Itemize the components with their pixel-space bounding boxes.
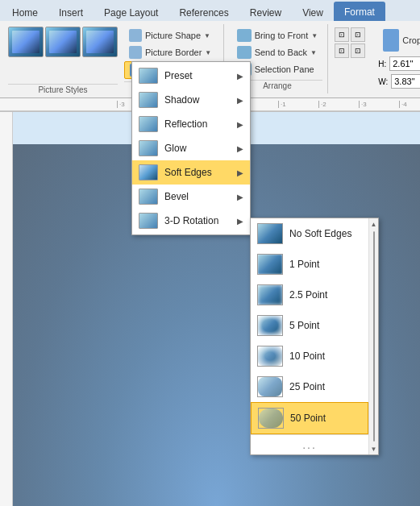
pic-style-2[interactable]	[45, 27, 81, 57]
3d-rotation-thumb	[139, 213, 158, 229]
scroll-down-btn[interactable]: ▼	[369, 443, 379, 454]
small-btns-row2: ⊡ ⊡	[335, 44, 365, 58]
picture-shape-btn[interactable]: Picture Shape ▼	[124, 27, 218, 44]
picture-border-icon	[129, 46, 142, 59]
picture-shape-icon	[129, 29, 142, 42]
preset-thumb	[139, 68, 158, 84]
crop-size-group: Crop H: W:	[372, 24, 420, 92]
tab-view[interactable]: View	[292, 3, 334, 21]
soft-edge-1pt[interactable]: 1 Point	[251, 249, 368, 280]
ruler-mark-2r: ·2	[318, 101, 359, 108]
scroll-thumb[interactable]	[373, 231, 375, 442]
soft-edge-2pt5[interactable]: 2.5 Point	[251, 280, 368, 310]
send-to-back-btn[interactable]: Send to Back ▼	[232, 44, 323, 60]
picture-border-btn[interactable]: Picture Border ▼	[124, 44, 218, 60]
soft-edge-none[interactable]: No Soft Edges	[251, 218, 368, 249]
tab-page-layout[interactable]: Page Layout	[94, 3, 168, 21]
picture-styles-thumbs	[8, 27, 118, 82]
tab-format[interactable]: Format	[334, 2, 385, 21]
picture-styles-label: Picture Styles	[8, 84, 118, 94]
send-back-icon	[237, 46, 252, 59]
arrange-arrow-2: ▼	[310, 49, 317, 56]
tab-references[interactable]: References	[168, 3, 239, 21]
menu-item-soft-edges[interactable]: Soft Edges ▶	[132, 160, 250, 185]
submenu-with-scroll: No Soft Edges 1 Point 2.5 Point	[251, 218, 378, 454]
align-btn-2[interactable]: ⊡	[351, 27, 365, 42]
small-btns-group: ⊡ ⊡ ⊡ ⊡	[331, 24, 368, 61]
bevel-chevron: ▶	[237, 193, 243, 201]
soft-2-thumb	[257, 284, 283, 305]
shadow-chevron: ▶	[237, 96, 243, 105]
picture-effects-menu: Preset ▶ Shadow ▶ Reflection ▶ Glow ▶ So…	[131, 61, 251, 235]
submenu-scrollbar: ▲ ▼	[368, 218, 378, 454]
dropdown-arrow: ▼	[204, 32, 210, 39]
align-btn-4[interactable]: ⊡	[351, 44, 365, 58]
soft-edges-thumb	[139, 164, 158, 180]
soft-edges-chevron: ▶	[237, 168, 243, 177]
reflection-thumb	[139, 116, 158, 132]
scroll-up-btn[interactable]: ▲	[369, 218, 379, 230]
soft-edge-10pt[interactable]: 10 Point	[251, 341, 368, 371]
small-btns-row: ⊡ ⊡	[335, 27, 365, 42]
align-btn-3[interactable]: ⊡	[335, 44, 349, 58]
arrange-arrow-1: ▼	[311, 32, 318, 39]
soft-edge-50pt[interactable]: 50 Point	[251, 402, 368, 434]
bring-front-icon	[237, 29, 252, 42]
more-options-dots[interactable]: ...	[251, 434, 368, 454]
menu-item-shadow[interactable]: Shadow ▶	[132, 88, 250, 112]
width-field: W:	[378, 74, 420, 89]
dropdown-arrow-border: ▼	[205, 49, 211, 56]
3d-rotation-chevron: ▶	[237, 217, 243, 226]
tabs-bar: Home Insert Page Layout References Revie…	[0, 0, 420, 21]
picture-styles-group: Picture Styles	[5, 24, 121, 97]
shadow-thumb	[139, 92, 158, 108]
bevel-thumb	[139, 189, 158, 205]
height-field: H:	[378, 56, 420, 71]
soft-50-thumb	[258, 408, 284, 429]
menu-item-bevel[interactable]: Bevel ▶	[132, 185, 250, 209]
soft-25-thumb	[257, 376, 283, 397]
ruler-mark-1r: ·1	[278, 101, 318, 108]
align-btn-1[interactable]: ⊡	[335, 27, 349, 42]
width-input[interactable]	[391, 74, 420, 89]
crop-btn[interactable]: Crop	[378, 27, 420, 53]
glow-chevron: ▶	[237, 144, 243, 153]
ruler-mark-3r: ·3	[359, 101, 399, 108]
reflection-chevron: ▶	[237, 120, 243, 129]
vertical-ruler	[0, 112, 13, 506]
ruler-mark-4r: ·4	[399, 101, 420, 108]
pic-style-3[interactable]	[82, 27, 118, 57]
menu-item-preset[interactable]: Preset ▶	[132, 64, 250, 88]
preset-chevron: ▶	[237, 72, 243, 81]
submenu-items-list: No Soft Edges 1 Point 2.5 Point	[251, 218, 368, 454]
height-input[interactable]	[389, 56, 420, 71]
tab-review[interactable]: Review	[239, 3, 292, 21]
soft-10-thumb	[257, 346, 283, 367]
picture-styles-row	[8, 27, 118, 81]
tab-home[interactable]: Home	[2, 3, 48, 21]
tab-insert[interactable]: Insert	[48, 3, 94, 21]
bring-to-front-btn[interactable]: Bring to Front ▼	[232, 27, 323, 44]
soft-edges-submenu: No Soft Edges 1 Point 2.5 Point	[250, 218, 379, 455]
glow-thumb	[139, 140, 158, 156]
soft-edge-25pt[interactable]: 25 Point	[251, 371, 368, 402]
soft-1-thumb	[257, 254, 283, 275]
soft-5-thumb	[257, 315, 283, 336]
soft-edge-5pt[interactable]: 5 Point	[251, 310, 368, 341]
menu-item-3d-rotation[interactable]: 3-D Rotation ▶	[132, 209, 250, 233]
menu-item-reflection[interactable]: Reflection ▶	[132, 112, 250, 136]
menu-item-glow[interactable]: Glow ▶	[132, 136, 250, 160]
no-soft-thumb	[257, 223, 283, 244]
crop-icon	[383, 29, 399, 52]
pic-style-1[interactable]	[8, 27, 44, 57]
